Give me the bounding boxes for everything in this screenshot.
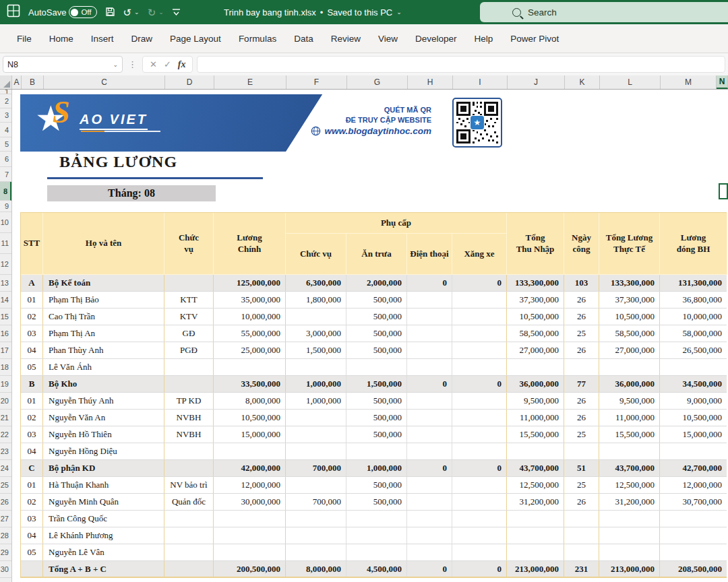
table-cell[interactable]: 10,500,000	[214, 410, 286, 426]
table-cell[interactable]	[407, 494, 452, 510]
table-cell[interactable]: 700,000	[286, 460, 346, 476]
table-cell[interactable]: 125,000,000	[214, 275, 286, 291]
table-cell[interactable]: 26	[564, 342, 599, 358]
table-cell[interactable]: 9,500,000	[507, 393, 564, 409]
table-cell[interactable]: 131,300,000	[660, 275, 727, 291]
table-cell[interactable]: 26	[564, 410, 599, 426]
table-cell[interactable]	[164, 561, 214, 577]
table-cell[interactable]	[346, 527, 407, 544]
table-cell[interactable]	[407, 443, 452, 459]
table-cell[interactable]: 12,000,000	[214, 477, 286, 493]
table-cell[interactable]	[286, 527, 346, 544]
table-cell[interactable]	[660, 544, 727, 560]
table-cell[interactable]	[407, 410, 452, 426]
table-cell[interactable]: Trần Công Quốc	[43, 511, 164, 527]
ribbon-tab-data[interactable]: Data	[285, 24, 322, 53]
table-cell[interactable]: 26,500,000	[660, 342, 727, 358]
table-cell[interactable]: 4,500,000	[346, 561, 407, 577]
table-cell[interactable]	[407, 426, 452, 443]
table-cell[interactable]: PGĐ	[164, 342, 214, 358]
table-cell[interactable]	[599, 544, 660, 560]
table-cell[interactable]	[286, 544, 346, 560]
table-cell[interactable]: 12,000,000	[660, 477, 727, 493]
redo-button[interactable]: ↻ ⌄	[148, 7, 164, 18]
table-cell[interactable]	[286, 410, 346, 426]
table-cell[interactable]: 25	[564, 325, 599, 342]
row-header-15[interactable]: 15	[0, 309, 11, 325]
undo-button[interactable]: ↺ ⌄	[123, 7, 140, 18]
table-cell[interactable]: 10,500,000	[599, 309, 660, 325]
table-cell[interactable]: GĐ	[164, 325, 214, 342]
table-cell[interactable]	[286, 511, 346, 527]
selected-cell-n8[interactable]	[719, 183, 728, 199]
table-cell[interactable]: 9,000,000	[660, 393, 727, 409]
table-cell[interactable]: Lê Văn Ánh	[43, 359, 164, 375]
table-cell[interactable]: Cao Thị Trần	[43, 309, 164, 325]
table-cell[interactable]	[507, 359, 564, 375]
table-cell[interactable]: 58,500,000	[507, 325, 564, 342]
table-cell[interactable]	[452, 494, 507, 510]
table-cell[interactable]	[407, 477, 452, 493]
table-cell[interactable]: 10,500,000	[660, 410, 727, 426]
row-header-7[interactable]: 7	[0, 167, 11, 182]
table-cell[interactable]	[564, 511, 599, 527]
table-cell[interactable]: Phan Thùy Anh	[43, 342, 164, 358]
column-header-D[interactable]: D	[165, 75, 214, 89]
select-all-button[interactable]	[0, 75, 12, 89]
table-cell[interactable]	[164, 460, 214, 476]
table-cell[interactable]: 25	[564, 426, 599, 443]
table-cell[interactable]: 1,000,000	[346, 460, 407, 476]
table-cell[interactable]: 03	[21, 511, 43, 527]
table-cell[interactable]: 12,500,000	[599, 477, 660, 493]
table-cell[interactable]	[599, 359, 660, 375]
ribbon-tab-developer[interactable]: Developer	[406, 24, 466, 53]
ribbon-tab-file[interactable]: File	[8, 24, 40, 53]
row-header-5[interactable]: 5	[0, 137, 11, 152]
table-cell[interactable]	[599, 443, 660, 459]
table-cell[interactable]: 02	[21, 494, 43, 510]
table-cell[interactable]	[164, 527, 214, 544]
table-cell[interactable]: Tổng A + B + C	[43, 561, 164, 577]
table-cell[interactable]: 26	[564, 292, 599, 308]
table-cell[interactable]	[346, 359, 407, 375]
chevron-down-icon[interactable]: ⌄	[113, 61, 118, 68]
ribbon-tab-insert[interactable]: Insert	[82, 24, 123, 53]
table-cell[interactable]	[452, 309, 507, 325]
table-cell[interactable]: 05	[21, 359, 43, 375]
table-cell[interactable]: 0	[407, 561, 452, 577]
table-cell[interactable]: 42,000,000	[214, 460, 286, 476]
column-header-N[interactable]: N	[717, 75, 728, 89]
table-cell[interactable]	[507, 511, 564, 527]
table-cell[interactable]: TP KD	[164, 393, 214, 409]
table-cell[interactable]: 37,300,000	[507, 292, 564, 308]
table-cell[interactable]	[452, 426, 507, 443]
table-cell[interactable]: Nguyễn Hồ Thiên	[43, 426, 164, 443]
table-cell[interactable]: KTT	[164, 292, 214, 308]
table-cell[interactable]	[346, 511, 407, 527]
table-cell[interactable]	[164, 359, 214, 375]
table-cell[interactable]	[452, 325, 507, 342]
row-header-22[interactable]: 22	[0, 426, 11, 443]
table-cell[interactable]: 02	[21, 309, 43, 325]
table-cell[interactable]	[346, 544, 407, 560]
autosave-control[interactable]: AutoSave Off	[28, 6, 97, 18]
table-cell[interactable]: Phạm Thị An	[43, 325, 164, 342]
table-cell[interactable]	[407, 342, 452, 358]
table-cell[interactable]	[21, 561, 43, 577]
table-cell[interactable]: 208,500,000	[660, 561, 727, 577]
table-cell[interactable]: 03	[21, 325, 43, 342]
table-cell[interactable]: 55,000,000	[214, 325, 286, 342]
table-cell[interactable]: Bộ Kế toán	[43, 275, 164, 291]
table-cell[interactable]	[164, 511, 214, 527]
table-cell[interactable]: Bộ phận KD	[43, 460, 164, 476]
table-cell[interactable]: 500,000	[346, 325, 407, 342]
table-cell[interactable]: 04	[21, 443, 43, 459]
table-cell[interactable]	[599, 527, 660, 544]
excel-logo-icon[interactable]	[7, 4, 20, 20]
table-cell[interactable]: C	[21, 460, 43, 476]
table-cell[interactable]	[407, 359, 452, 375]
table-cell[interactable]: A	[21, 275, 43, 291]
table-cell[interactable]: Nguyễn Hồng Diệu	[43, 443, 164, 459]
table-cell[interactable]: 26	[564, 309, 599, 325]
table-cell[interactable]: 0	[407, 460, 452, 476]
